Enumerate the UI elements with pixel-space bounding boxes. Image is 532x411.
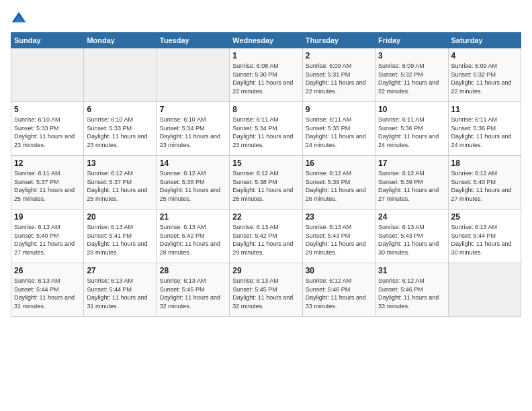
calendar-week-2: 5Sunrise: 6:10 AM Sunset: 5:33 PM Daylig…	[11, 102, 521, 156]
calendar-cell: 2Sunrise: 6:09 AM Sunset: 5:31 PM Daylig…	[302, 48, 375, 102]
day-info: Sunrise: 6:13 AM Sunset: 5:44 PM Dayligh…	[87, 277, 153, 310]
day-number: 29	[232, 266, 299, 275]
calendar-cell: 13Sunrise: 6:12 AM Sunset: 5:37 PM Dayli…	[84, 156, 157, 210]
calendar-cell: 17Sunrise: 6:12 AM Sunset: 5:39 PM Dayli…	[375, 156, 448, 210]
logo	[11, 11, 30, 27]
calendar-week-3: 12Sunrise: 6:11 AM Sunset: 5:37 PM Dayli…	[11, 156, 521, 210]
calendar-cell	[448, 263, 521, 317]
day-info: Sunrise: 6:13 AM Sunset: 5:42 PM Dayligh…	[232, 223, 299, 257]
calendar-cell: 5Sunrise: 6:10 AM Sunset: 5:33 PM Daylig…	[11, 102, 84, 156]
calendar-cell: 27Sunrise: 6:13 AM Sunset: 5:44 PM Dayli…	[84, 263, 157, 317]
day-number: 13	[87, 158, 153, 168]
weekday-header-thursday: Thursday	[302, 33, 375, 48]
day-number: 1	[232, 51, 299, 60]
logo-icon	[11, 11, 27, 27]
day-info: Sunrise: 6:10 AM Sunset: 5:34 PM Dayligh…	[160, 116, 226, 149]
calendar-cell: 1Sunrise: 6:08 AM Sunset: 5:30 PM Daylig…	[230, 48, 302, 102]
calendar-cell: 20Sunrise: 6:13 AM Sunset: 5:41 PM Dayli…	[84, 210, 157, 263]
day-info: Sunrise: 6:12 AM Sunset: 5:46 PM Dayligh…	[378, 277, 445, 310]
day-info: Sunrise: 6:13 AM Sunset: 5:42 PM Dayligh…	[160, 223, 226, 257]
day-info: Sunrise: 6:13 AM Sunset: 5:44 PM Dayligh…	[451, 223, 518, 257]
day-number: 4	[451, 51, 518, 60]
weekday-header-friday: Friday	[375, 33, 448, 48]
day-info: Sunrise: 6:11 AM Sunset: 5:36 PM Dayligh…	[451, 116, 518, 149]
day-number: 21	[160, 212, 226, 222]
calendar-cell: 25Sunrise: 6:13 AM Sunset: 5:44 PM Dayli…	[448, 210, 521, 263]
day-number: 2	[306, 51, 372, 60]
weekday-header-monday: Monday	[84, 33, 157, 48]
day-number: 18	[451, 158, 518, 168]
day-info: Sunrise: 6:12 AM Sunset: 5:38 PM Dayligh…	[232, 169, 299, 203]
calendar-cell: 12Sunrise: 6:11 AM Sunset: 5:37 PM Dayli…	[11, 156, 84, 210]
calendar-cell	[157, 48, 229, 102]
day-info: Sunrise: 6:12 AM Sunset: 5:46 PM Dayligh…	[306, 277, 372, 310]
day-info: Sunrise: 6:09 AM Sunset: 5:32 PM Dayligh…	[451, 62, 518, 95]
calendar-cell: 3Sunrise: 6:09 AM Sunset: 5:32 PM Daylig…	[375, 48, 448, 102]
calendar-cell: 15Sunrise: 6:12 AM Sunset: 5:38 PM Dayli…	[230, 156, 302, 210]
day-number: 19	[14, 212, 81, 222]
day-number: 10	[378, 105, 445, 114]
day-info: Sunrise: 6:11 AM Sunset: 5:35 PM Dayligh…	[306, 116, 372, 149]
weekday-header-sunday: Sunday	[11, 33, 84, 48]
day-info: Sunrise: 6:12 AM Sunset: 5:38 PM Dayligh…	[160, 169, 226, 203]
day-number: 24	[378, 212, 445, 222]
calendar-cell: 11Sunrise: 6:11 AM Sunset: 5:36 PM Dayli…	[448, 102, 521, 156]
calendar-week-5: 26Sunrise: 6:13 AM Sunset: 5:44 PM Dayli…	[11, 263, 521, 317]
day-info: Sunrise: 6:13 AM Sunset: 5:43 PM Dayligh…	[378, 223, 445, 257]
day-info: Sunrise: 6:13 AM Sunset: 5:40 PM Dayligh…	[14, 223, 81, 257]
day-number: 6	[87, 105, 153, 114]
calendar-cell: 14Sunrise: 6:12 AM Sunset: 5:38 PM Dayli…	[157, 156, 229, 210]
day-number: 22	[232, 212, 299, 222]
calendar-cell: 10Sunrise: 6:11 AM Sunset: 5:36 PM Dayli…	[375, 102, 448, 156]
weekday-header-row: SundayMondayTuesdayWednesdayThursdayFrid…	[11, 33, 521, 48]
calendar-cell: 30Sunrise: 6:12 AM Sunset: 5:46 PM Dayli…	[302, 263, 375, 317]
day-info: Sunrise: 6:13 AM Sunset: 5:45 PM Dayligh…	[232, 277, 299, 310]
day-info: Sunrise: 6:08 AM Sunset: 5:30 PM Dayligh…	[232, 62, 299, 95]
calendar-cell	[11, 48, 84, 102]
calendar-cell: 22Sunrise: 6:13 AM Sunset: 5:42 PM Dayli…	[230, 210, 302, 263]
day-number: 25	[451, 212, 518, 222]
calendar-table: SundayMondayTuesdayWednesdayThursdayFrid…	[11, 32, 521, 317]
day-number: 31	[378, 266, 445, 275]
calendar-cell	[84, 48, 157, 102]
day-info: Sunrise: 6:09 AM Sunset: 5:32 PM Dayligh…	[378, 62, 445, 95]
calendar-week-1: 1Sunrise: 6:08 AM Sunset: 5:30 PM Daylig…	[11, 48, 521, 102]
day-info: Sunrise: 6:09 AM Sunset: 5:31 PM Dayligh…	[306, 62, 372, 95]
day-number: 8	[232, 105, 299, 114]
day-info: Sunrise: 6:12 AM Sunset: 5:40 PM Dayligh…	[451, 169, 518, 203]
day-number: 17	[378, 158, 445, 168]
calendar-cell: 23Sunrise: 6:13 AM Sunset: 5:43 PM Dayli…	[302, 210, 375, 263]
day-info: Sunrise: 6:11 AM Sunset: 5:34 PM Dayligh…	[232, 116, 299, 149]
day-number: 5	[14, 105, 81, 114]
day-info: Sunrise: 6:13 AM Sunset: 5:44 PM Dayligh…	[14, 277, 81, 310]
day-info: Sunrise: 6:13 AM Sunset: 5:43 PM Dayligh…	[306, 223, 372, 257]
calendar-cell: 26Sunrise: 6:13 AM Sunset: 5:44 PM Dayli…	[11, 263, 84, 317]
calendar-cell: 18Sunrise: 6:12 AM Sunset: 5:40 PM Dayli…	[448, 156, 521, 210]
day-number: 15	[232, 158, 299, 168]
page-header	[11, 11, 521, 27]
calendar-cell: 16Sunrise: 6:12 AM Sunset: 5:39 PM Dayli…	[302, 156, 375, 210]
weekday-header-wednesday: Wednesday	[230, 33, 302, 48]
day-info: Sunrise: 6:11 AM Sunset: 5:36 PM Dayligh…	[378, 116, 445, 149]
calendar-cell: 28Sunrise: 6:13 AM Sunset: 5:45 PM Dayli…	[157, 263, 229, 317]
day-number: 20	[87, 212, 153, 222]
calendar-cell: 31Sunrise: 6:12 AM Sunset: 5:46 PM Dayli…	[375, 263, 448, 317]
day-number: 26	[14, 266, 81, 275]
calendar-cell: 4Sunrise: 6:09 AM Sunset: 5:32 PM Daylig…	[448, 48, 521, 102]
day-number: 27	[87, 266, 153, 275]
day-info: Sunrise: 6:13 AM Sunset: 5:45 PM Dayligh…	[160, 277, 226, 310]
day-info: Sunrise: 6:11 AM Sunset: 5:37 PM Dayligh…	[14, 169, 81, 203]
day-number: 28	[160, 266, 226, 275]
day-info: Sunrise: 6:10 AM Sunset: 5:33 PM Dayligh…	[87, 116, 153, 149]
day-number: 7	[160, 105, 226, 114]
weekday-header-saturday: Saturday	[448, 33, 521, 48]
calendar-cell: 6Sunrise: 6:10 AM Sunset: 5:33 PM Daylig…	[84, 102, 157, 156]
day-number: 12	[14, 158, 81, 168]
day-number: 3	[378, 51, 445, 60]
calendar-cell: 29Sunrise: 6:13 AM Sunset: 5:45 PM Dayli…	[230, 263, 302, 317]
calendar-cell: 9Sunrise: 6:11 AM Sunset: 5:35 PM Daylig…	[302, 102, 375, 156]
calendar-cell: 24Sunrise: 6:13 AM Sunset: 5:43 PM Dayli…	[375, 210, 448, 263]
day-number: 30	[306, 266, 372, 275]
day-number: 16	[306, 158, 372, 168]
calendar-cell: 7Sunrise: 6:10 AM Sunset: 5:34 PM Daylig…	[157, 102, 229, 156]
